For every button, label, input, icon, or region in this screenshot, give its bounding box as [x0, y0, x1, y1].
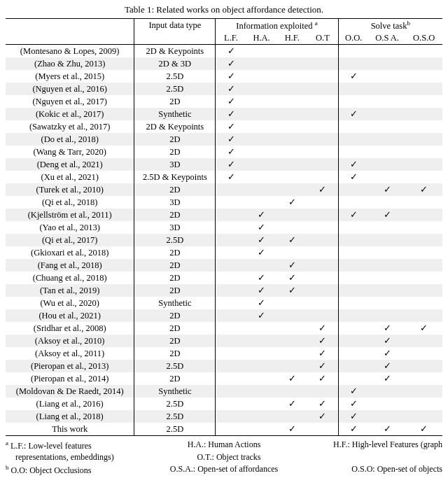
- cell-osa: [369, 259, 406, 272]
- cell-hf: [276, 221, 307, 234]
- cell-oo: [338, 209, 369, 221]
- cell-ha: [246, 158, 277, 171]
- cell-lf: [216, 221, 246, 234]
- cell-osa: [369, 347, 406, 360]
- check-icon: [420, 323, 428, 333]
- check-icon: [318, 399, 326, 409]
- cell-hf: [276, 120, 307, 133]
- cell-hf: [276, 133, 307, 146]
- cell-oo: [338, 95, 369, 108]
- cell-osa: [369, 385, 406, 398]
- cell-reference: (Zhao & Zhu, 2013): [6, 57, 134, 70]
- check-icon: [258, 286, 265, 295]
- cell-osa: [369, 284, 406, 297]
- cell-input: 2D: [134, 322, 216, 335]
- cell-ha: [246, 95, 277, 108]
- cell-input: 2D: [134, 95, 216, 108]
- cell-ha: [246, 133, 277, 146]
- cell-osa: [369, 221, 406, 234]
- check-icon: [384, 424, 391, 434]
- table-row: (Nguyen et al., 2017)2D: [6, 95, 442, 108]
- cell-reference: (Kjellström et al., 2011): [6, 209, 134, 221]
- cell-ot: [307, 95, 338, 108]
- cell-hf: [276, 335, 307, 347]
- cell-lf: [216, 146, 246, 158]
- cell-input: 2D & Keypoints: [134, 45, 216, 58]
- cell-reference: (Moldovan & De Raedt, 2014): [6, 385, 134, 398]
- cell-hf: [276, 259, 307, 272]
- cell-lf: [216, 234, 246, 246]
- table-row: (Sridhar et al., 2008)2D: [6, 322, 442, 335]
- cell-osa: [369, 209, 406, 221]
- cell-input: 2D & Keypoints: [134, 120, 216, 133]
- cell-input: 2D: [134, 183, 216, 196]
- cell-hf: [276, 183, 307, 196]
- check-icon: [227, 59, 235, 69]
- table-row: (Myers et al., 2015)2.5D: [6, 70, 442, 83]
- cell-ot: [307, 234, 338, 246]
- cell-oo: [338, 234, 369, 246]
- cell-osa: [369, 246, 406, 259]
- cell-oso: [405, 57, 442, 70]
- cell-ha: [246, 171, 277, 183]
- table-row: (Fang et al., 2018)2D: [6, 259, 442, 272]
- cell-input: 2.5D: [134, 83, 216, 95]
- cell-osa: [369, 171, 406, 183]
- check-icon: [227, 172, 235, 182]
- cell-reference: (Liang et al., 2016): [6, 398, 134, 410]
- cell-ha: [246, 297, 277, 309]
- table-row: (Xu et al., 2021)2.5D & Keypoints: [6, 171, 442, 183]
- cell-input: 2D: [134, 146, 216, 158]
- table-row: (Pieropan et al., 2013)2.5D: [6, 360, 442, 372]
- cell-reference: (Yao et al., 2013): [6, 221, 134, 234]
- cell-reference: (Montesano & Lopes, 2009): [6, 45, 134, 58]
- cell-hf: [276, 398, 307, 410]
- cell-oso: [405, 133, 442, 146]
- related-works-table: Input data type Information exploited a …: [6, 18, 442, 436]
- table-row: (Wu et al., 2020)Synthetic: [6, 297, 442, 309]
- cell-oo: [338, 183, 369, 196]
- check-icon: [384, 210, 391, 220]
- check-icon: [318, 374, 326, 384]
- cell-hf: [276, 45, 307, 58]
- cell-ha: [246, 259, 277, 272]
- cell-ha: [246, 410, 277, 423]
- cell-oo: [338, 45, 369, 58]
- cell-input: 3D: [134, 158, 216, 171]
- cell-ot: [307, 322, 338, 335]
- cell-oso: [405, 83, 442, 95]
- check-icon: [384, 349, 391, 358]
- cell-ha: [246, 284, 277, 297]
- cell-oo: [338, 108, 369, 120]
- cell-lf: [216, 183, 246, 196]
- cell-ot: [307, 284, 338, 297]
- cell-input: 2D: [134, 259, 216, 272]
- check-icon: [318, 323, 326, 333]
- table-footnotes: a L.F.: Low-level features H.A.: Human A…: [6, 439, 442, 476]
- check-icon: [318, 349, 326, 358]
- table-row: (Tan et al., 2019)2D: [6, 284, 442, 297]
- cell-ot: [307, 196, 338, 209]
- cell-input: 2.5D: [134, 423, 216, 436]
- check-icon: [288, 273, 296, 283]
- cell-hf: [276, 108, 307, 120]
- check-icon: [350, 386, 358, 396]
- cell-lf: [216, 108, 246, 120]
- check-icon: [227, 71, 235, 81]
- cell-ot: [307, 309, 338, 322]
- cell-ot: [307, 410, 338, 423]
- check-icon: [318, 185, 326, 195]
- cell-oso: [405, 171, 442, 183]
- cell-osa: [369, 297, 406, 309]
- check-icon: [318, 361, 326, 371]
- table-row: (Montesano & Lopes, 2009)2D & Keypoints: [6, 45, 442, 58]
- cell-lf: [216, 360, 246, 372]
- cell-hf: [276, 322, 307, 335]
- cell-ot: [307, 120, 338, 133]
- check-icon: [350, 71, 358, 81]
- cell-lf: [216, 410, 246, 423]
- cell-oo: [338, 372, 369, 385]
- cell-oso: [405, 410, 442, 423]
- cell-osa: [369, 57, 406, 70]
- cell-osa: [369, 108, 406, 120]
